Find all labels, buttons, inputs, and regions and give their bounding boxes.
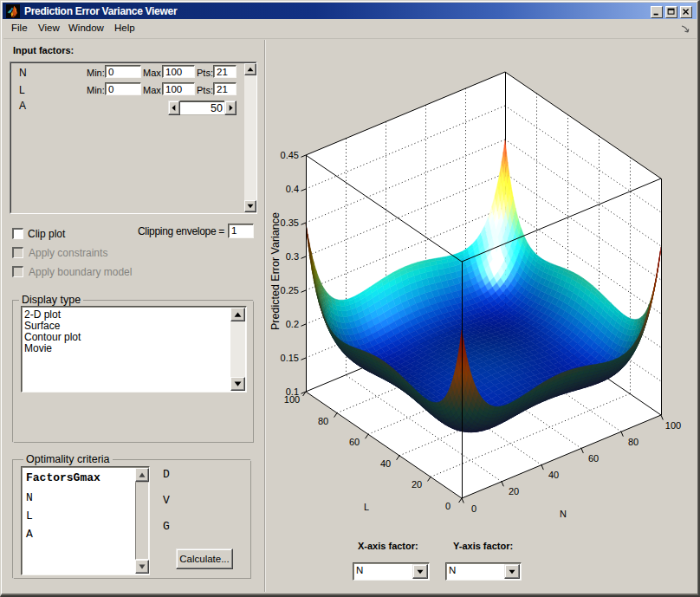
svg-text:20: 20 <box>509 486 519 496</box>
svg-text:20: 20 <box>412 479 422 490</box>
svg-text:0.4: 0.4 <box>286 184 299 194</box>
svg-text:Predicted Error Variance: Predicted Error Variance <box>269 212 282 330</box>
svg-text:N: N <box>560 509 567 519</box>
svg-text:0.25: 0.25 <box>281 285 299 295</box>
svg-text:40: 40 <box>548 470 559 480</box>
svg-text:80: 80 <box>628 437 638 447</box>
svg-text:0: 0 <box>445 501 450 511</box>
svg-text:0.2: 0.2 <box>286 319 299 329</box>
svg-text:0: 0 <box>471 503 476 514</box>
svg-text:100: 100 <box>665 420 681 431</box>
svg-text:60: 60 <box>588 453 599 464</box>
svg-text:0.15: 0.15 <box>281 353 299 363</box>
svg-text:80: 80 <box>318 416 328 426</box>
svg-text:0.3: 0.3 <box>286 251 299 262</box>
svg-text:100: 100 <box>284 394 300 405</box>
svg-text:L: L <box>364 502 369 512</box>
svg-text:0.45: 0.45 <box>281 150 299 160</box>
svg-text:0.35: 0.35 <box>281 217 299 228</box>
svg-text:60: 60 <box>349 437 360 447</box>
svg-text:40: 40 <box>380 458 391 469</box>
